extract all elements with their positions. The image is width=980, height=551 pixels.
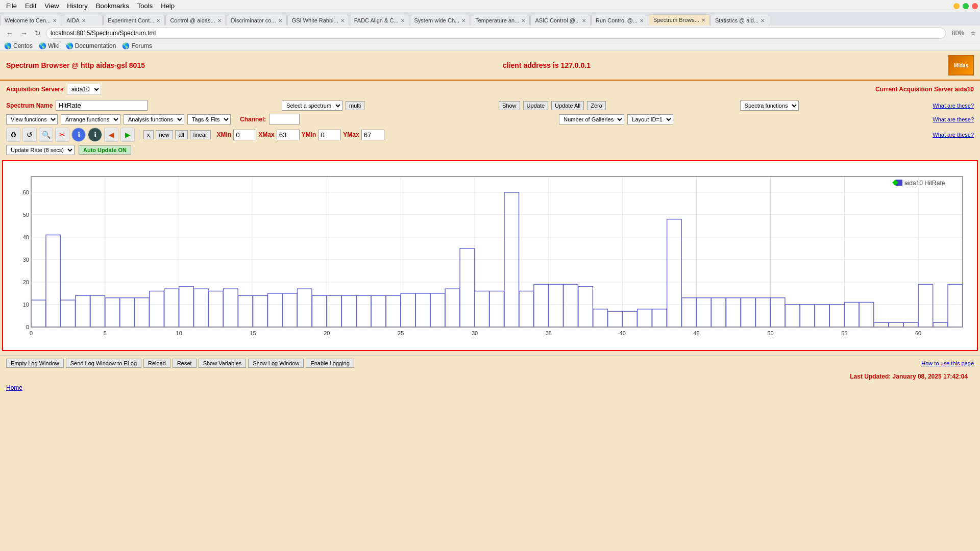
update-rate-select[interactable]: Update Rate (8 secs) [6, 145, 75, 155]
arrange-functions-select[interactable]: Arrange functions [61, 114, 120, 124]
svg-text:50: 50 [767, 330, 773, 336]
info-dark-icon[interactable]: ℹ [88, 128, 102, 142]
bookmark-documentation[interactable]: 🌎 Documentation [66, 42, 116, 49]
tab-0[interactable]: Welcome to Cen...✕ [0, 15, 61, 26]
tab-3[interactable]: Control @ aidas...✕ [165, 15, 226, 26]
channel-label: Channel: [240, 116, 266, 123]
linear-button[interactable]: linear [190, 130, 211, 139]
update-button[interactable]: Update [523, 101, 548, 110]
tab-close-icon[interactable]: ✕ [701, 17, 705, 23]
what-these-3[interactable]: What are these? [933, 132, 974, 138]
x-button[interactable]: x [143, 130, 154, 139]
menu-view[interactable]: View [40, 1, 63, 11]
zoom-in-icon[interactable]: 🔍 [39, 128, 53, 142]
view-functions-select[interactable]: View functions [6, 114, 58, 124]
bookmark-wiki[interactable]: 🌎 Wiki [39, 42, 60, 49]
tab-close-icon[interactable]: ✕ [217, 18, 222, 23]
multi-button[interactable]: multi [346, 101, 364, 110]
tab-label: Welcome to Cen... [5, 17, 51, 23]
analysis-functions-select[interactable]: Analysis functions [124, 114, 184, 124]
tab-6[interactable]: FADC Align & C...✕ [350, 15, 409, 26]
zero-button[interactable]: Zero [587, 101, 606, 110]
menu-bookmarks[interactable]: Bookmarks [92, 1, 133, 11]
tab-10[interactable]: Run Control @...✕ [591, 15, 648, 26]
menu-edit[interactable]: Edit [21, 1, 40, 11]
what-these-2[interactable]: What are these? [933, 116, 974, 122]
how-to-page[interactable]: How to use this page [921, 360, 974, 366]
bookmark-star-icon[interactable]: ☆ [970, 30, 976, 37]
maximize-button[interactable] [963, 3, 969, 9]
tab-close-icon[interactable]: ✕ [582, 18, 586, 23]
tab-close-icon[interactable]: ✕ [340, 18, 345, 23]
arrow-left-icon[interactable]: ◀ [104, 128, 118, 142]
bottom-btn-send-log-window-to-elog[interactable]: Send Log Window to ELog [66, 359, 141, 368]
tab-2[interactable]: Experiment Cont...✕ [103, 15, 165, 26]
tab-9[interactable]: ASIC Control @...✕ [530, 15, 591, 26]
url-input[interactable] [46, 28, 946, 39]
all-button[interactable]: all [175, 130, 188, 139]
xmin-input[interactable] [233, 130, 256, 140]
show-button[interactable]: Show [499, 101, 520, 110]
tab-close-icon[interactable]: ✕ [461, 18, 465, 23]
minimize-button[interactable] [953, 3, 960, 9]
tab-12[interactable]: Statistics @ aid...✕ [710, 15, 769, 26]
spectra-functions-select[interactable]: Spectra functions [740, 101, 799, 111]
tab-1[interactable]: AIDA✕ [62, 15, 103, 26]
back-button[interactable]: ← [4, 28, 15, 38]
tab-close-icon[interactable]: ✕ [82, 18, 86, 23]
tab-4[interactable]: Discriminator co...✕ [227, 15, 287, 26]
separator [139, 130, 139, 140]
select-spectrum-dropdown[interactable]: Select a spectrum [282, 101, 342, 111]
zoom-out-icon[interactable]: ✂ [55, 128, 69, 142]
tab-11[interactable]: Spectrum Brows...✕ [649, 14, 710, 26]
menu-help[interactable]: Help [157, 1, 179, 11]
xmin-label: XMin [217, 131, 232, 138]
home-link[interactable]: Home [0, 382, 980, 393]
menu-tools[interactable]: Tools [133, 1, 157, 11]
close-button[interactable] [972, 3, 978, 9]
arrow-right-icon[interactable]: ▶ [120, 128, 135, 142]
tab-close-icon[interactable]: ✕ [761, 18, 765, 23]
tags-fits-select[interactable]: Tags & Fits [187, 114, 231, 124]
refresh-icon[interactable]: ↺ [22, 128, 37, 142]
galleries-select[interactable]: Number of Galleries [559, 114, 624, 124]
tab-close-icon[interactable]: ✕ [401, 18, 405, 23]
new-button[interactable]: new [156, 130, 173, 139]
tab-close-icon[interactable]: ✕ [278, 18, 282, 23]
what-these-1[interactable]: What are these? [933, 103, 974, 109]
tab-8[interactable]: Temperature an...✕ [471, 15, 530, 26]
tab-close-icon[interactable]: ✕ [640, 18, 644, 23]
tab-7[interactable]: System wide Ch...✕ [410, 15, 471, 26]
bottom-btn-show-log-window[interactable]: Show Log Window [248, 359, 304, 368]
last-updated-text: Last Updated: January 08, 2025 17:42:04 [6, 373, 974, 380]
bottom-btn-reload[interactable]: Reload [143, 359, 170, 368]
xmax-input[interactable] [277, 130, 300, 140]
recycle-icon[interactable]: ♻ [6, 128, 20, 142]
bookmark-forums[interactable]: 🌎 Forums [122, 42, 152, 49]
ymin-input[interactable] [318, 130, 341, 140]
tab-close-icon[interactable]: ✕ [521, 18, 525, 23]
bottom-btn-reset[interactable]: Reset [173, 359, 197, 368]
bottom-btn-empty-log-window[interactable]: Empty Log Window [6, 359, 64, 368]
auto-update-button[interactable]: Auto Update ON [79, 145, 131, 155]
tab-close-icon[interactable]: ✕ [53, 18, 57, 23]
tab-5[interactable]: GSI White Rabbi...✕ [287, 15, 349, 26]
tab-close-icon[interactable]: ✕ [156, 18, 160, 23]
svg-text:15: 15 [250, 330, 256, 336]
layout-select[interactable]: Layout ID=1 [627, 114, 673, 124]
bookmark-centos[interactable]: 🌎 Centos [4, 42, 33, 49]
update-all-button[interactable]: Update All [551, 101, 584, 110]
menu-history[interactable]: History [63, 1, 91, 11]
info-blue-icon[interactable]: ℹ [71, 128, 86, 142]
spectrum-name-input[interactable] [56, 100, 148, 111]
bottom-btn-show-variables[interactable]: Show Variables [199, 359, 247, 368]
acq-server-select[interactable]: aida10 [67, 84, 101, 95]
reload-button[interactable]: ↻ [33, 28, 43, 38]
forward-button[interactable]: → [18, 28, 30, 38]
bottom-buttons: Empty Log WindowSend Log Window to ELogR… [6, 359, 354, 368]
channel-input[interactable] [269, 114, 300, 124]
tab-label: System wide Ch... [414, 17, 460, 23]
ymax-input[interactable] [361, 130, 384, 140]
bottom-btn-enable-logging[interactable]: Enable Logging [306, 359, 354, 368]
menu-file[interactable]: File [2, 1, 21, 11]
